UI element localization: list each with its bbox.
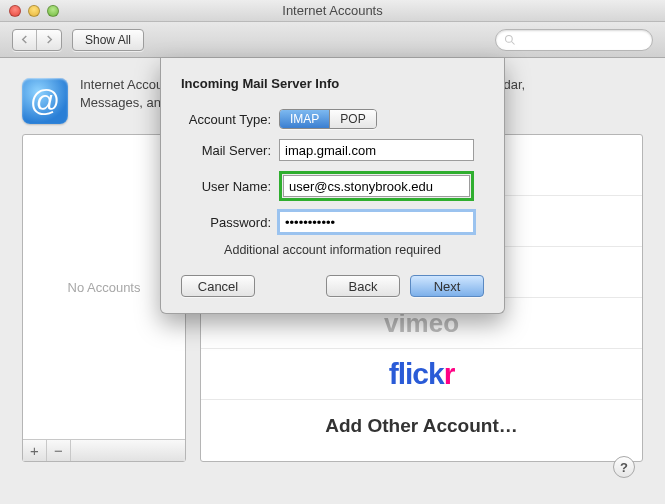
svg-point-0 — [506, 35, 513, 42]
label-password: Password: — [181, 215, 279, 230]
close-window-button[interactable] — [9, 5, 21, 17]
help-button[interactable]: ? — [613, 456, 635, 478]
additional-info-label: Additional account information required — [181, 243, 484, 257]
back-sheet-button[interactable]: Back — [326, 275, 400, 297]
label-account-type: Account Type: — [181, 112, 279, 127]
account-type-imap[interactable]: IMAP — [280, 110, 330, 128]
mail-server-input[interactable] — [279, 139, 474, 161]
cancel-button[interactable]: Cancel — [181, 275, 255, 297]
at-sign-icon: @ — [22, 78, 68, 124]
provider-flickr[interactable]: flickr — [201, 349, 642, 400]
minimize-window-button[interactable] — [28, 5, 40, 17]
remove-account-button[interactable]: − — [47, 440, 71, 461]
password-input[interactable] — [279, 211, 474, 233]
forward-button[interactable] — [37, 30, 61, 50]
search-field[interactable] — [495, 29, 653, 51]
flickr-text-a: flick — [389, 357, 444, 390]
zoom-window-button[interactable] — [47, 5, 59, 17]
add-account-button[interactable]: + — [23, 440, 47, 461]
sheet-title: Incoming Mail Server Info — [181, 76, 484, 91]
user-name-input[interactable] — [283, 175, 470, 197]
window-controls — [9, 5, 59, 17]
username-highlight — [279, 171, 474, 201]
add-other-account[interactable]: Add Other Account… — [201, 400, 642, 451]
titlebar: Internet Accounts — [0, 0, 665, 22]
account-type-segmented[interactable]: IMAP POP — [279, 109, 377, 129]
toolbar: Show All — [0, 22, 665, 58]
show-all-button[interactable]: Show All — [72, 29, 144, 51]
account-type-pop[interactable]: POP — [330, 110, 375, 128]
svg-line-1 — [512, 41, 515, 44]
sidebar-footer: + − — [23, 439, 185, 461]
window-title: Internet Accounts — [0, 3, 665, 18]
next-button[interactable]: Next — [410, 275, 484, 297]
flickr-text-b: r — [444, 357, 455, 390]
label-mail-server: Mail Server: — [181, 143, 279, 158]
back-button[interactable] — [13, 30, 37, 50]
label-user-name: User Name: — [181, 179, 279, 194]
incoming-mail-sheet: Incoming Mail Server Info Account Type: … — [160, 58, 505, 314]
search-icon — [504, 34, 516, 46]
nav-segmented — [12, 29, 62, 51]
